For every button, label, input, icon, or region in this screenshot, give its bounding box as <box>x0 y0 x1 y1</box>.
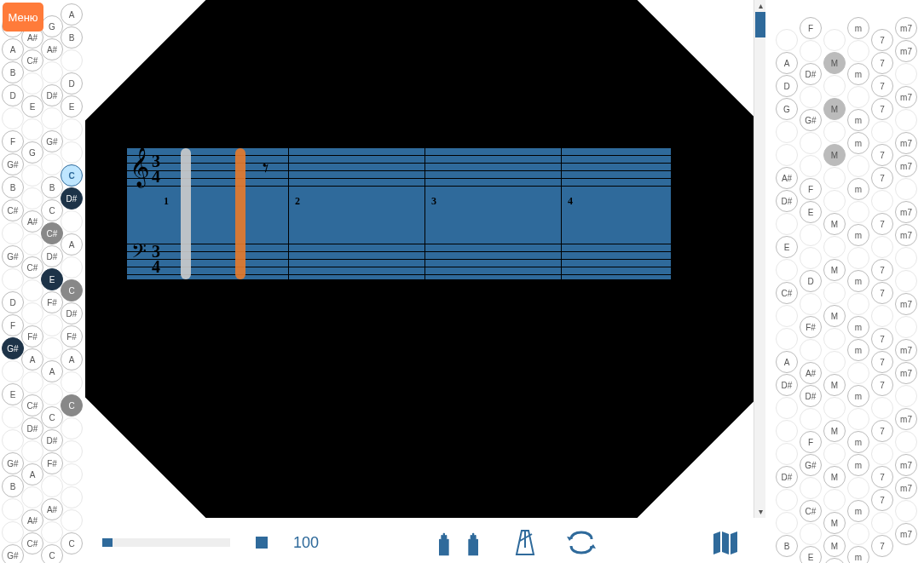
left-key-button[interactable] <box>41 107 63 129</box>
right-key-button[interactable] <box>871 443 893 465</box>
playback-cursor-start[interactable] <box>181 148 191 279</box>
right-key-button[interactable]: m7 <box>895 224 917 246</box>
scroll-thumb[interactable] <box>755 12 765 37</box>
hand-right-icon[interactable] <box>460 527 484 558</box>
right-key-button[interactable] <box>895 270 917 292</box>
right-key-button[interactable] <box>800 523 822 545</box>
left-key-button[interactable]: B <box>61 26 83 49</box>
right-key-button[interactable]: m <box>847 224 869 246</box>
right-key-button[interactable] <box>847 293 869 315</box>
right-key-button[interactable]: 7 <box>871 466 893 488</box>
left-key-button[interactable]: D# <box>41 245 63 267</box>
left-key-button[interactable]: C# <box>41 222 63 244</box>
left-key-button[interactable]: C# <box>21 532 43 554</box>
left-key-button[interactable]: F# <box>61 325 83 348</box>
right-key-button[interactable]: m7 <box>895 454 917 476</box>
right-key-button[interactable]: F <box>800 178 822 200</box>
left-key-button[interactable]: G# <box>2 153 24 175</box>
right-key-button[interactable] <box>895 500 917 522</box>
right-key-button[interactable]: D <box>776 75 798 97</box>
left-key-button[interactable] <box>2 222 24 244</box>
right-key-button[interactable] <box>800 86 822 108</box>
right-key-button[interactable]: 7 <box>871 213 893 235</box>
left-key-button[interactable]: B <box>41 176 63 198</box>
right-key-button[interactable] <box>776 489 798 511</box>
right-key-button[interactable] <box>823 75 846 97</box>
left-key-button[interactable] <box>21 371 43 394</box>
right-key-button[interactable]: m <box>847 132 869 154</box>
left-key-button[interactable] <box>21 279 43 302</box>
left-key-button[interactable]: A <box>61 3 83 26</box>
right-key-button[interactable] <box>776 29 798 51</box>
left-key-button[interactable]: A <box>2 38 24 60</box>
right-key-button[interactable] <box>776 397 798 419</box>
left-key-button[interactable]: F# <box>41 452 63 474</box>
left-key-button[interactable]: A <box>21 348 43 371</box>
right-key-button[interactable]: D <box>800 270 822 292</box>
left-key-button[interactable] <box>2 268 24 290</box>
right-key-button[interactable] <box>800 408 822 430</box>
left-key-button[interactable] <box>2 498 24 520</box>
left-key-button[interactable]: A# <box>21 210 43 233</box>
left-key-button[interactable]: D <box>2 84 24 106</box>
playback-cursor-current[interactable] <box>235 148 245 279</box>
right-key-button[interactable] <box>847 408 869 430</box>
right-key-button[interactable]: D# <box>776 466 798 488</box>
left-key-button[interactable]: D# <box>41 429 63 451</box>
left-key-button[interactable]: G# <box>2 245 24 267</box>
right-key-button[interactable]: M <box>823 512 846 534</box>
scroll-up-icon[interactable]: ▴ <box>754 0 766 12</box>
progress-bar[interactable] <box>102 538 230 547</box>
left-key-button[interactable]: F <box>2 130 24 152</box>
left-key-button[interactable] <box>41 153 63 175</box>
right-key-button[interactable] <box>847 201 869 223</box>
right-key-button[interactable]: M <box>823 305 846 327</box>
right-key-button[interactable]: m <box>847 178 869 200</box>
left-key-button[interactable]: C <box>41 199 63 221</box>
right-key-button[interactable]: F <box>800 431 822 453</box>
right-key-button[interactable]: 7 <box>871 75 893 97</box>
left-key-button[interactable] <box>21 233 43 256</box>
right-key-button[interactable] <box>895 63 917 85</box>
right-key-button[interactable] <box>823 29 846 51</box>
right-key-button[interactable] <box>847 247 869 269</box>
left-key-button[interactable]: F <box>2 314 24 336</box>
right-key-button[interactable] <box>823 121 846 143</box>
right-key-button[interactable] <box>800 132 822 154</box>
right-key-button[interactable]: 7 <box>871 535 893 557</box>
map-icon[interactable] <box>710 527 741 558</box>
left-key-button[interactable] <box>21 440 43 462</box>
right-key-button[interactable]: m <box>847 316 869 338</box>
right-key-button[interactable]: m <box>847 431 869 453</box>
left-key-button[interactable]: G# <box>2 544 24 563</box>
right-key-button[interactable]: D# <box>800 63 822 85</box>
right-key-button[interactable]: A <box>776 52 798 74</box>
left-key-button[interactable]: B <box>2 475 24 497</box>
scroll-down-icon[interactable]: ▾ <box>754 506 766 518</box>
hands-toggle[interactable] <box>433 527 484 558</box>
right-key-button[interactable] <box>776 420 798 442</box>
left-key-button[interactable]: G# <box>2 337 24 359</box>
left-key-button[interactable] <box>61 371 83 394</box>
right-key-button[interactable] <box>800 155 822 177</box>
left-key-button[interactable]: C <box>41 406 63 428</box>
left-key-button[interactable] <box>41 475 63 497</box>
left-key-button[interactable]: A <box>21 463 43 485</box>
right-key-button[interactable]: m7 <box>895 408 917 430</box>
right-key-button[interactable]: 7 <box>871 98 893 120</box>
right-key-button[interactable] <box>823 236 846 258</box>
right-key-button[interactable] <box>823 190 846 212</box>
right-key-button[interactable] <box>800 40 822 62</box>
left-key-button[interactable]: C <box>61 532 83 554</box>
left-key-button[interactable] <box>21 302 43 325</box>
left-key-button[interactable]: D# <box>41 84 63 106</box>
left-key-button[interactable]: D# <box>61 187 83 210</box>
left-key-button[interactable]: A# <box>21 509 43 531</box>
right-key-button[interactable] <box>823 489 846 511</box>
left-key-button[interactable]: D# <box>21 417 43 439</box>
left-key-button[interactable] <box>41 314 63 336</box>
right-key-button[interactable]: m7 <box>895 40 917 62</box>
right-key-button[interactable] <box>871 305 893 327</box>
right-key-button[interactable]: C# <box>776 282 798 304</box>
left-key-button[interactable]: C <box>61 394 83 417</box>
